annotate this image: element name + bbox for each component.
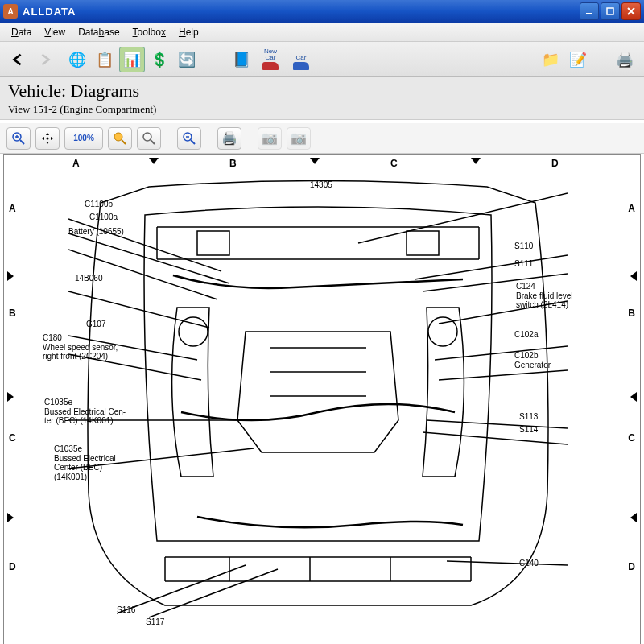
callout-c124: C124Brake fluid levelswitch (2L414) <box>516 282 573 310</box>
window-titlebar: A ALLDATA <box>0 0 644 23</box>
app-icon: A <box>3 4 18 19</box>
grid-row-a-right: A <box>628 203 635 214</box>
content-header: Vehicle: Diagrams View 151-2 (Engine Com… <box>0 77 644 120</box>
callout-c1100b: C1100b <box>85 200 113 209</box>
svg-line-5 <box>20 140 24 144</box>
forward-button[interactable] <box>34 48 56 71</box>
grid-row-a-left: A <box>9 203 16 214</box>
callout-g107: G107 <box>86 320 105 329</box>
callout-s111: S111 <box>514 259 533 269</box>
svg-line-36 <box>427 420 568 428</box>
print-icon[interactable]: 🖨️ <box>612 47 638 72</box>
callout-s114: S114 <box>519 425 538 435</box>
callout-14b060: 14B060 <box>75 274 102 283</box>
money-icon[interactable]: 💲 <box>147 47 172 72</box>
menu-help[interactable]: Help <box>172 24 205 40</box>
grid-col-b-top: B <box>229 158 237 169</box>
svg-rect-1 <box>607 8 613 14</box>
callout-s113: S113 <box>519 412 538 422</box>
callout-c180: C180Wheel speed sensor,right front (2C20… <box>43 333 118 361</box>
svg-line-38 <box>447 561 568 565</box>
diagram-viewport[interactable]: A B C D A A B B C C D D <box>3 154 641 644</box>
minimize-button[interactable] <box>580 2 599 20</box>
callout-s116: S116 <box>117 605 135 615</box>
svg-point-11 <box>143 133 151 141</box>
svg-point-9 <box>114 133 122 141</box>
globe-icon[interactable]: 🌐 <box>64 47 90 72</box>
refresh-icon[interactable]: 🔄 <box>174 47 200 72</box>
callout-c1100a: C1100a <box>89 213 118 222</box>
pan-icon[interactable] <box>35 127 60 150</box>
diagram-icon[interactable]: 📊 <box>119 47 145 72</box>
notes-icon[interactable]: 📝 <box>565 47 591 72</box>
page-subtitle: View 151-2 (Engine Compartment) <box>8 103 636 116</box>
callout-s110: S110 <box>514 242 533 251</box>
svg-point-8 <box>47 137 49 139</box>
svg-rect-16 <box>197 231 229 255</box>
callout-c1035e2: C1035eBussed ElectricalCenter (BEC)(14K0… <box>54 444 116 481</box>
grid-col-d-top: D <box>551 158 559 169</box>
menubar: Data View Database Toolbox Help <box>0 23 644 42</box>
svg-line-29 <box>149 569 278 617</box>
sheet-icon[interactable]: 📋 <box>92 47 118 72</box>
callout-c1035e: C1035eBussed Electrical Cen-ter (BEC) (1… <box>44 398 126 426</box>
viewer-toolbar: 100% 🖨️ 📷 📷 <box>0 123 644 154</box>
camera-icon: 📷 <box>258 127 282 150</box>
zoom-in-icon[interactable] <box>6 127 31 150</box>
clipboard-icon[interactable]: 📁 <box>538 47 564 72</box>
menu-view[interactable]: View <box>38 24 72 40</box>
grid-row-b-right: B <box>628 308 635 319</box>
back-button[interactable] <box>6 48 29 71</box>
menu-data[interactable]: Data <box>5 24 38 40</box>
grid-row-c-left: C <box>9 432 16 444</box>
window-title: ALLDATA <box>23 6 580 18</box>
svg-point-18 <box>179 317 208 346</box>
svg-line-14 <box>191 140 195 144</box>
maximize-button[interactable] <box>601 2 620 20</box>
menu-database[interactable]: Database <box>72 24 126 40</box>
menu-toolbox[interactable]: Toolbox <box>126 24 172 40</box>
car-button[interactable]: xCar <box>287 47 316 72</box>
page-title: Vehicle: Diagrams <box>8 80 636 101</box>
svg-line-37 <box>423 432 568 444</box>
grid-row-b-left: B <box>9 308 16 319</box>
svg-line-12 <box>151 140 155 144</box>
zoom-out-icon[interactable] <box>177 127 201 150</box>
grid-col-a-top: A <box>72 158 80 169</box>
svg-rect-17 <box>407 231 439 255</box>
svg-line-30 <box>358 193 568 243</box>
grid-row-d-left: D <box>9 561 16 572</box>
callout-c102a: C102a <box>514 330 538 340</box>
grid-col-c-top: C <box>390 158 398 169</box>
print-diagram-icon[interactable]: 🖨️ <box>217 127 242 150</box>
main-toolbar: 🌐 📋 📊 💲 🔄 📘 NewCar xCar 📁 📝 🖨️ <box>0 42 644 77</box>
callout-battery: Battery (10655) <box>68 227 124 237</box>
new-car-button[interactable]: NewCar <box>256 47 285 72</box>
callout-s117: S117 <box>146 617 164 627</box>
zoom-fit-button[interactable]: 100% <box>64 127 103 150</box>
engine-diagram <box>68 171 568 621</box>
close-button[interactable] <box>621 2 641 20</box>
callout-c102b: C102bGenerator <box>514 351 551 369</box>
book-icon[interactable]: 📘 <box>229 47 254 72</box>
grid-row-d-right: D <box>628 561 635 572</box>
camera2-icon: 📷 <box>287 127 311 150</box>
grid-row-c-right: C <box>628 432 635 444</box>
zoom-region-icon[interactable] <box>108 127 132 150</box>
callout-14305: 14305 <box>310 180 332 190</box>
svg-line-10 <box>122 140 126 144</box>
zoom-window-icon[interactable] <box>137 127 161 150</box>
callout-c140: C140 <box>519 559 539 568</box>
